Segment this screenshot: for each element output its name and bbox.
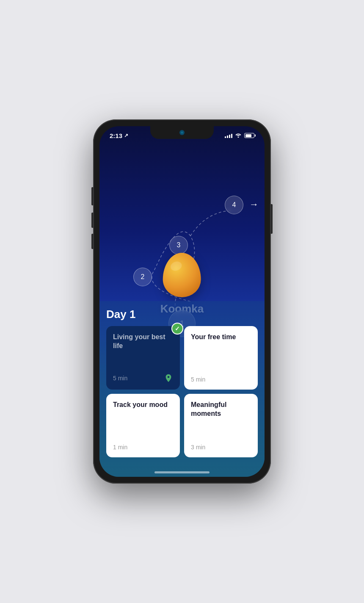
- card-living-best-life[interactable]: Living your best life 5 min: [106, 326, 180, 390]
- card-free-time[interactable]: Your free time 5 min: [184, 326, 258, 390]
- signal-strength-icon: [225, 133, 232, 138]
- home-indicator: [154, 471, 210, 473]
- step-4-bubble[interactable]: 4: [225, 196, 243, 214]
- card-track-mood[interactable]: Track your mood 1 min: [106, 394, 180, 457]
- card-meaningful-moments[interactable]: Meaningful moments 3 min: [184, 394, 258, 457]
- completed-checkmark-icon: [171, 323, 183, 335]
- activity-cards-grid: Living your best life 5 min Your free ti…: [106, 326, 258, 457]
- step-3-label: 3: [177, 241, 181, 249]
- status-time: 2:13 ↗: [110, 132, 128, 139]
- step-4-label: 4: [232, 201, 236, 209]
- screen-content: 2:13 ↗: [99, 126, 265, 477]
- cards-area: Day 1 Living your best life 5 min: [99, 301, 265, 477]
- card-time-meaningful-moments: 3 min: [191, 444, 205, 451]
- card-time-track-mood: 1 min: [113, 444, 127, 451]
- volume-down-button: [91, 234, 93, 249]
- notch: [150, 126, 214, 139]
- card-title-free-time: Your free time: [191, 333, 251, 342]
- wifi-icon: [235, 132, 242, 139]
- silent-switch: [91, 194, 93, 205]
- card-footer-living-best-life: 5 min: [113, 373, 173, 383]
- navigation-arrow-icon: ↗: [124, 133, 128, 138]
- status-icons: [225, 132, 254, 139]
- card-footer-meaningful-moments: 3 min: [191, 444, 251, 451]
- pin-icon: [164, 373, 173, 383]
- next-arrow-icon[interactable]: →: [249, 199, 259, 210]
- phone-frame: 2:13 ↗: [93, 119, 271, 484]
- card-title-living-best-life: Living your best life: [113, 333, 173, 351]
- card-time-free-time: 5 min: [191, 376, 205, 383]
- card-footer-track-mood: 1 min: [113, 444, 173, 451]
- phone-screen: 2:13 ↗: [99, 126, 265, 477]
- card-title-meaningful-moments: Meaningful moments: [191, 401, 251, 418]
- step-2-label: 2: [141, 273, 145, 281]
- card-time-living-best-life: 5 min: [113, 375, 127, 382]
- volume-up-button: [91, 213, 93, 228]
- character-egg: [163, 253, 201, 297]
- day-label: Day 1: [106, 301, 258, 321]
- step-2-bubble[interactable]: 2: [133, 268, 152, 286]
- card-title-track-mood: Track your mood: [113, 401, 173, 409]
- battery-icon: [244, 133, 254, 138]
- front-camera: [179, 130, 185, 135]
- time-display: 2:13: [110, 132, 122, 139]
- card-footer-free-time: 5 min: [191, 376, 251, 383]
- step-3-bubble[interactable]: 3: [169, 236, 188, 254]
